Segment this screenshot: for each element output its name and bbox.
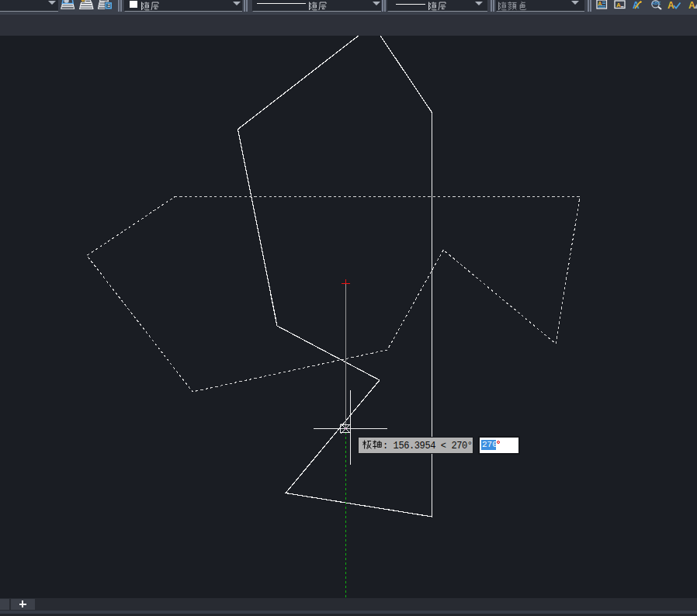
svg-text:A: A [633,0,640,10]
svg-text:A: A [616,2,621,9]
svg-text:A: A [598,1,602,6]
svg-text:ABC: ABC [652,1,661,5]
svg-text:A: A [668,0,674,10]
svg-text:A: A [688,0,695,10]
